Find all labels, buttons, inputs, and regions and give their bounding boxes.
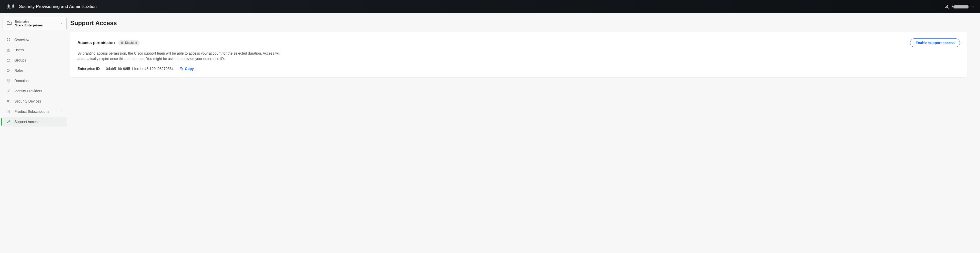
top-header: CISCO Security Provisioning and Administ… [0, 0, 980, 13]
svg-point-18 [7, 59, 8, 60]
nav-list: Overview Users Groups Roles [3, 35, 67, 127]
sidebar-item-product-subscriptions[interactable]: Product Subscriptions [3, 107, 67, 116]
status-label: Disabled [125, 41, 137, 45]
sidebar-item-label: Overview [14, 38, 29, 42]
sidebar: Enterprise Stark Enterprises Overview Us… [0, 13, 69, 130]
copy-icon [180, 67, 183, 70]
enterprise-label: Enterprise [15, 20, 57, 23]
svg-rect-13 [9, 40, 10, 41]
copy-label: Copy [185, 67, 194, 71]
enterprise-id-label: Enterprise ID [77, 67, 100, 71]
groups-icon [6, 58, 11, 62]
devices-icon [6, 99, 11, 103]
user-avatar-icon [944, 4, 949, 9]
globe-icon [6, 79, 11, 83]
enterprise-icon [6, 20, 12, 27]
svg-point-24 [7, 91, 8, 92]
svg-point-14 [8, 49, 9, 50]
roles-icon [6, 68, 11, 73]
chevron-right-icon [60, 110, 63, 113]
sidebar-item-label: Identity Providers [14, 89, 42, 93]
app-title: Security Provisioning and Administration [19, 4, 97, 9]
sidebar-item-security-devices[interactable]: Security Devices [3, 96, 67, 106]
sidebar-item-label: Groups [14, 58, 26, 62]
user-name-suffix: i [969, 5, 969, 9]
copy-button[interactable]: Copy [180, 67, 194, 71]
enterprise-name: Stark Enterprises [15, 23, 57, 27]
sidebar-item-support-access[interactable]: Support Access [3, 117, 67, 127]
svg-rect-10 [7, 38, 8, 40]
chevron-down-icon [972, 5, 975, 8]
key-icon [6, 89, 11, 93]
enterprise-texts: Enterprise Stark Enterprises [15, 20, 57, 27]
card-header-left: Access permission Disabled [77, 40, 140, 45]
enterprise-id-value: 0dab516b-98f5-11ee-be48-120d98279534 [106, 67, 173, 71]
svg-rect-26 [9, 101, 10, 103]
sidebar-item-label: Product Subscriptions [14, 110, 49, 113]
user-name: Ai [952, 5, 969, 9]
sidebar-item-label: Users [14, 48, 24, 52]
sidebar-item-label: Support Access [14, 120, 39, 124]
svg-rect-11 [9, 38, 10, 40]
sidebar-item-domains[interactable]: Domains [3, 76, 67, 86]
section-title: Access permission [77, 40, 115, 45]
enable-support-access-button[interactable]: Enable support access [910, 38, 960, 47]
user-menu[interactable]: Ai [944, 4, 975, 9]
sidebar-item-overview[interactable]: Overview [3, 35, 67, 45]
svg-text:CISCO: CISCO [7, 8, 14, 10]
sidebar-item-identity-providers[interactable]: Identity Providers [3, 86, 67, 96]
chevron-right-icon [60, 21, 63, 26]
page-title: Support Access [70, 19, 967, 27]
header-left: CISCO Security Provisioning and Administ… [5, 4, 97, 10]
sidebar-item-users[interactable]: Users [3, 45, 67, 55]
sidebar-item-label: Roles [14, 68, 24, 73]
sidebar-item-label: Security Devices [14, 99, 41, 103]
user-name-obscured [954, 5, 969, 8]
enterprise-id-row: Enterprise ID 0dab516b-98f5-11ee-be48-12… [77, 67, 960, 71]
svg-point-9 [946, 5, 947, 7]
sidebar-item-groups[interactable]: Groups [3, 56, 67, 65]
svg-rect-12 [7, 40, 8, 41]
user-name-prefix: A [952, 5, 954, 9]
description-text: By granting access permission, the Cisco… [77, 51, 298, 62]
svg-point-20 [7, 69, 8, 70]
disabled-icon [121, 41, 124, 45]
status-badge: Disabled [118, 40, 140, 45]
cisco-logo-icon: CISCO [5, 4, 15, 10]
enterprise-selector[interactable]: Enterprise Stark Enterprises [3, 17, 67, 30]
subscription-icon [6, 110, 11, 113]
overview-icon [6, 38, 11, 42]
sidebar-item-roles[interactable]: Roles [3, 65, 67, 75]
wrench-icon [6, 120, 11, 124]
main-content: Support Access Access permission Disable… [69, 13, 975, 85]
user-icon [6, 48, 11, 52]
card-header: Access permission Disabled Enable suppor… [77, 38, 960, 47]
sidebar-item-label: Domains [14, 79, 29, 83]
svg-point-19 [9, 59, 10, 60]
access-permission-card: Access permission Disabled Enable suppor… [70, 32, 967, 77]
